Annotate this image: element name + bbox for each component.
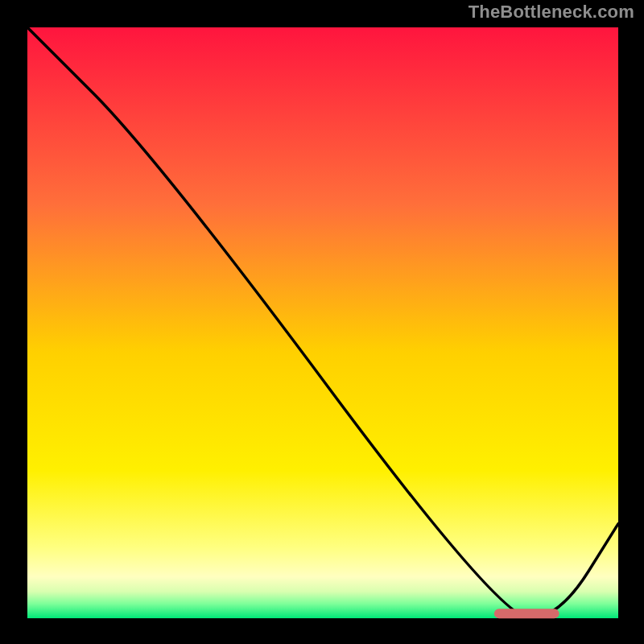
watermark-text: TheBottleneck.com — [469, 2, 634, 23]
optimum-marker — [494, 609, 559, 618]
chart-container: { "watermark": "TheBottleneck.com", "cha… — [0, 0, 644, 644]
bottleneck-chart — [0, 0, 644, 644]
